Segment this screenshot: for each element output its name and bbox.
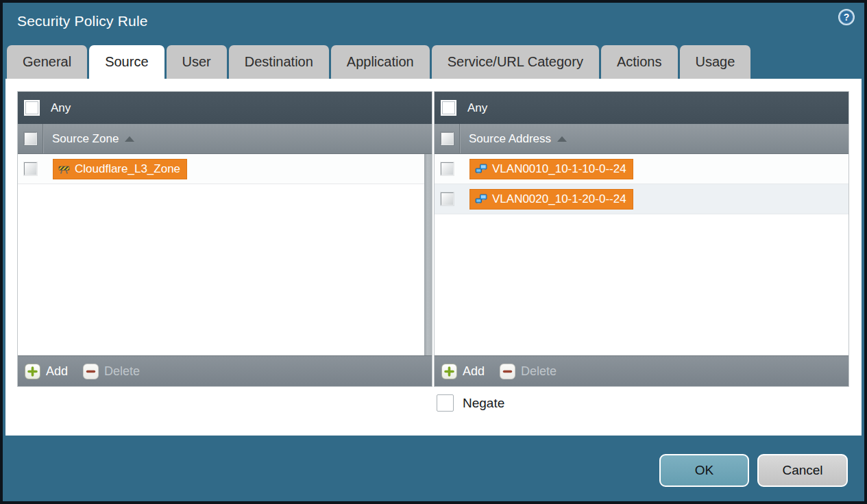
dialog-title: Security Policy Rule [17,13,148,29]
table-row[interactable]: VLAN0010_10-1-10-0--24 [435,154,848,184]
source-address-any-label: Any [467,101,487,115]
add-icon [25,364,40,379]
source-zone-any-checkbox[interactable] [24,100,40,116]
source-address-any-bar: Any [435,92,848,124]
source-address-select-all-checkbox[interactable] [441,132,454,145]
negate-label: Negate [463,396,504,411]
scrollbar-track[interactable] [424,154,432,355]
table-row[interactable]: VLAN0020_10-1-20-0--24 [435,184,848,214]
add-icon [441,364,457,379]
source-zone-any-label: Any [51,101,71,115]
tab-application[interactable]: Application [331,45,430,79]
tab-destination[interactable]: Destination [229,45,329,79]
row-checkbox-cell [18,162,43,175]
delete-label: Delete [104,364,140,379]
table-row[interactable]: Cloudflare_L3_Zone [18,154,432,184]
delete-button[interactable]: Delete [83,364,140,379]
add-button[interactable]: Add [441,364,485,379]
source-address-footer: Add Delete [435,355,848,386]
address-name: VLAN0010_10-1-10-0--24 [492,162,626,176]
cancel-button[interactable]: Cancel [757,454,848,487]
source-address-list: VLAN0010_10-1-10-0--24 [435,154,848,355]
select-all-cell [435,124,460,153]
row-checkbox[interactable] [24,162,37,175]
source-address-any-checkbox[interactable] [441,100,456,116]
zone-icon [58,164,70,175]
row-checkbox[interactable] [441,162,454,175]
network-icon [475,194,487,205]
row-checkbox[interactable] [441,192,454,205]
zone-name: Cloudflare_L3_Zone [75,162,180,176]
tab-content-source: Any Source Zone [5,79,862,436]
source-zone-select-all-checkbox[interactable] [24,132,37,145]
tab-usage[interactable]: Usage [680,45,751,79]
tab-actions[interactable]: Actions [601,45,678,79]
address-name: VLAN0020_10-1-20-0--24 [492,192,626,206]
add-label: Add [463,364,485,379]
svg-text:?: ? [844,12,850,23]
row-checkbox-cell [435,162,460,175]
add-button[interactable]: Add [25,364,68,379]
source-address-column-label[interactable]: Source Address [469,132,551,146]
tab-service-url-category[interactable]: Service/URL Category [432,45,599,79]
sort-ascending-icon[interactable] [125,136,134,142]
delete-icon [500,364,515,379]
source-zone-list: Cloudflare_L3_Zone [18,154,432,355]
delete-button[interactable]: Delete [500,364,557,379]
address-chip[interactable]: VLAN0020_10-1-20-0--24 [469,189,633,210]
titlebar: Security Policy Rule ? [3,3,864,42]
source-zone-footer: Add Delete [18,355,432,386]
source-zone-panel: Any Source Zone [17,91,432,387]
source-zone-any-bar: Any [18,92,432,124]
add-label: Add [46,364,68,379]
sort-ascending-icon[interactable] [557,136,567,142]
negate-row: Negate [437,394,504,412]
tab-source[interactable]: Source [89,45,164,79]
source-address-column-header: Source Address [435,124,848,154]
delete-icon [83,364,99,379]
tab-bar: General Source User Destination Applicat… [7,42,750,79]
zone-chip[interactable]: Cloudflare_L3_Zone [53,159,187,179]
address-chip[interactable]: VLAN0010_10-1-10-0--24 [469,159,633,179]
ok-button[interactable]: OK [659,454,749,487]
security-policy-rule-dialog: Security Policy Rule ? General Source Us… [3,3,864,501]
source-address-panel: Any Source Address [434,91,849,387]
tab-user[interactable]: User [167,45,227,79]
help-icon[interactable]: ? [838,8,855,26]
network-icon [475,164,487,175]
source-zone-column-header: Source Zone [18,124,432,154]
delete-label: Delete [521,364,557,379]
tab-general[interactable]: General [7,45,87,79]
select-all-cell [18,124,43,153]
source-zone-column-label[interactable]: Source Zone [52,132,119,146]
negate-checkbox[interactable] [437,394,454,412]
row-checkbox-cell [435,192,460,205]
